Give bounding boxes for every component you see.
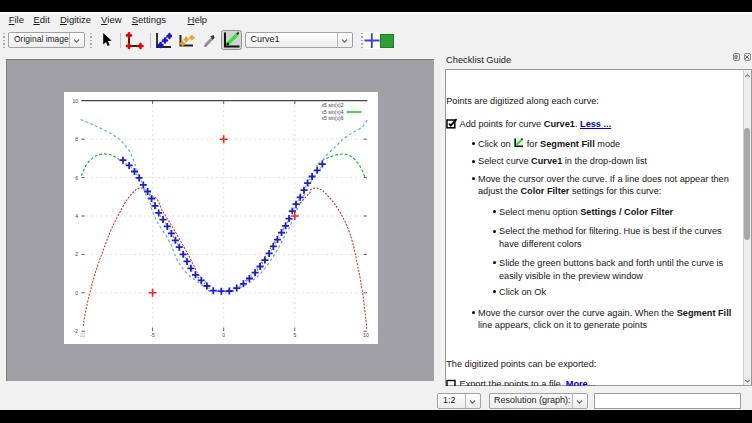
svg-text:5: 5 xyxy=(293,333,296,339)
svg-text:0: 0 xyxy=(222,333,225,339)
svg-text:-10: -10 xyxy=(77,333,84,339)
svg-text:4: 4 xyxy=(75,213,78,219)
svg-text:2: 2 xyxy=(75,252,78,258)
svg-text:10: 10 xyxy=(363,333,369,339)
svg-text:8: 8 xyxy=(75,137,78,143)
svg-text:0: 0 xyxy=(75,290,78,296)
svg-text:x5 sin(x)6: x5 sin(x)6 xyxy=(321,116,343,122)
svg-text:x5 sin(x)2: x5 sin(x)2 xyxy=(321,103,343,109)
svg-text:x5 sin(x)4: x5 sin(x)4 xyxy=(321,109,343,115)
svg-text:6: 6 xyxy=(75,175,78,181)
svg-text:-5: -5 xyxy=(150,333,155,339)
svg-text:10: 10 xyxy=(72,98,78,104)
